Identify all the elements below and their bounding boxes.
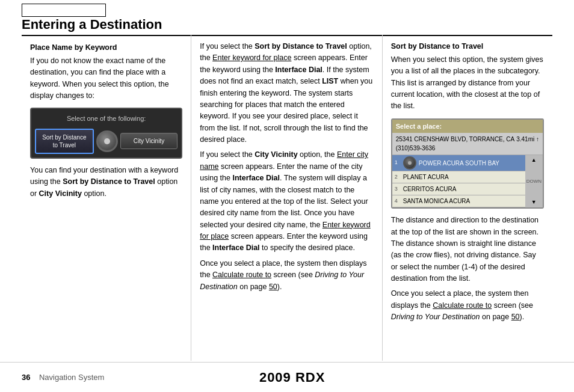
page-number-area: 36 Navigation System [22,373,104,382]
mid-para1: If you select the Sort by Distance to Tr… [200,41,374,145]
city-vicinity-btn[interactable]: City Vicinity [120,133,178,149]
top-dist: 3.41mi ↑ [516,135,539,153]
dial-inner-circle [104,138,110,144]
place-row-3[interactable]: 3 CERRITOS ACURA [392,183,525,195]
place-row-4[interactable]: 4 SANTA MONICA ACURA [392,195,525,207]
place-list: 1 POWER ACURA SOUTH BAY 2 PLANET ACURA 3… [392,155,525,207]
left-para2: You can find your destination with a key… [30,165,182,200]
mid-para2: If you select the City Vicinity option, … [200,149,374,254]
screen-buttons-row: Sort by Distance to Travel City Vicinity [35,129,177,154]
nav-screen-mockup: Select one of the following: Sort by Dis… [30,108,182,159]
vehicle-model: 2009 RDX [259,370,326,385]
place-dial-1 [403,156,416,170]
left-section-title: Place Name by Keyword [30,42,182,54]
column-left: Place Name by Keyword If you do not know… [22,35,191,361]
place-screen-header: Select a place: [392,120,543,133]
page-number: 36 [22,373,30,382]
right-section-title: Sort by Distance to Travel [391,41,544,52]
place-row-1[interactable]: 1 POWER ACURA SOUTH BAY [392,155,525,171]
column-mid: If you select the Sort by Distance to Tr… [191,35,383,361]
place-row-2[interactable]: 2 PLANET ACURA [392,171,525,183]
place-list-screen: Select a place: 25341 CRENSHAW BLVD, TOR… [391,118,544,209]
right-para2: The distance and direction to the destin… [391,215,544,284]
content-columns: Place Name by Keyword If you do not know… [22,35,552,361]
top-rectangle [22,4,106,17]
bottom-bar: 36 Navigation System 2009 RDX [0,362,574,392]
left-para1: If you do not know the exact name of the… [30,55,182,102]
column-right: Sort by Distance to Travel When you sele… [383,35,552,361]
sort-by-distance-btn[interactable]: Sort by Distance to Travel [35,129,94,154]
place-screen-top-result: 25341 CRENSHAW BLVD, TORRANCE, CA (310)5… [392,133,543,155]
mid-para3: Once you select a place, the system then… [200,258,374,293]
place-list-area: 1 POWER ACURA SOUTH BAY 2 PLANET ACURA 3… [392,155,543,207]
screen-title: Select one of the following: [35,114,177,124]
page-title-area: Entering a Destination [22,17,552,36]
right-para1: When you select this option, the system … [391,54,544,112]
place-scroll[interactable]: ▲ DOWN ▼ [525,155,543,207]
nav-system-label: Navigation System [39,373,104,382]
page-title: Entering a Destination [22,17,552,32]
right-para3: Once you select a place, the system then… [391,288,544,323]
interface-dial[interactable] [96,130,118,152]
top-address: 25341 CRENSHAW BLVD, TORRANCE, CA (310)5… [396,135,514,153]
